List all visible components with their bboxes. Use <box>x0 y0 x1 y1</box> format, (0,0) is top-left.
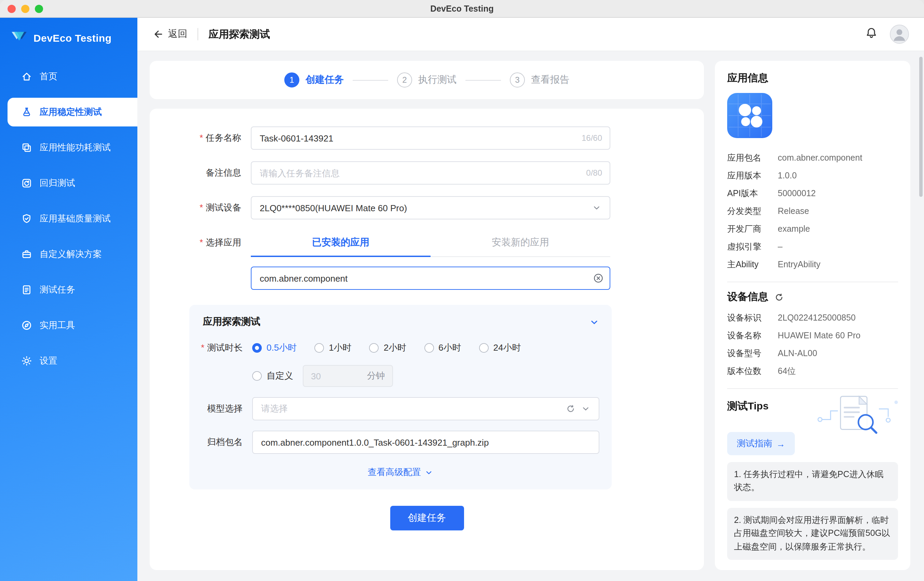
refresh-icon <box>566 404 576 414</box>
user-avatar[interactable] <box>890 25 909 44</box>
app-info-row: 应用版本 1.0.0 <box>727 167 898 185</box>
sidebar-item-test-tasks[interactable]: 测试任务 <box>8 276 137 304</box>
sidebar-item-custom-solution[interactable]: 自定义解决方案 <box>8 240 137 269</box>
app-info-row: 虚拟引擎 – <box>727 238 898 256</box>
app-window: DevEco Testing DevEco Testing 首页 <box>0 0 924 581</box>
duration-option-24h[interactable]: 24小时 <box>479 342 521 354</box>
remark-input[interactable] <box>251 161 610 185</box>
duration-option-1h[interactable]: 1小时 <box>314 342 351 354</box>
sidebar-item-app-stability-test[interactable]: 应用稳定性测试 <box>8 98 137 127</box>
brand-name: DevEco Testing <box>33 32 111 43</box>
sidebar-item-home[interactable]: 首页 <box>8 62 137 91</box>
task-form-card: 任务名称 16/60 备注信息 0/80 <box>150 109 704 570</box>
stability-test-icon <box>20 106 32 118</box>
page-header: 返回 应用探索测试 <box>137 18 924 51</box>
sidebar-item-label: 应用基础质量测试 <box>40 213 111 225</box>
tab-installed-apps[interactable]: 已安装的应用 <box>251 231 431 256</box>
task-name-input[interactable] <box>251 127 610 150</box>
info-panel: 应用信息 <box>715 61 910 570</box>
window-controls <box>8 5 43 13</box>
test-task-icon <box>20 284 32 295</box>
advanced-config-link[interactable]: 查看高级配置 <box>368 466 433 479</box>
step-run-test: 2 执行测试 <box>397 73 457 87</box>
back-arrow-icon <box>152 29 163 40</box>
app-info-title: 应用信息 <box>727 72 898 85</box>
back-button[interactable]: 返回 <box>152 28 187 40</box>
duration-option-6h[interactable]: 6小时 <box>424 342 461 354</box>
duration-option-custom[interactable]: 自定义 <box>252 370 293 382</box>
duration-option-2h[interactable]: 2小时 <box>370 342 406 354</box>
test-device-value: 2LQ0****0850(HUAWEI Mate 60 Pro) <box>260 203 407 213</box>
device-info-row: 版本位数 64位 <box>727 362 898 380</box>
remark-counter: 0/80 <box>586 161 602 185</box>
performance-test-icon <box>20 142 32 154</box>
radio-icon <box>252 343 262 353</box>
app-info-row: 开发厂商 example <box>727 220 898 238</box>
sidebar-item-label: 设置 <box>40 355 58 367</box>
app-info-row: 应用包名 com.abner.component <box>727 149 898 167</box>
sidebar: DevEco Testing 首页 应用稳定性测试 应用性能功耗测试 <box>0 18 137 581</box>
refresh-device-info-icon[interactable] <box>774 292 784 302</box>
app-select-tabs: 已安装的应用 安装新的应用 <box>251 231 610 257</box>
zoom-window-button[interactable] <box>35 5 43 13</box>
close-window-button[interactable] <box>8 5 16 13</box>
archive-name-input[interactable] <box>252 431 599 454</box>
quality-test-icon <box>20 213 32 224</box>
section-divider <box>727 388 898 389</box>
notifications-bell-icon[interactable] <box>865 26 878 42</box>
steps-card: 1 创建任务 2 执行测试 3 查看报告 <box>150 61 704 99</box>
radio-icon <box>424 343 434 353</box>
custom-solution-icon <box>20 248 32 260</box>
sidebar-item-utility-tools[interactable]: 实用工具 <box>8 311 137 340</box>
collapse-panel-chevron-icon[interactable] <box>589 317 599 327</box>
step-connector <box>465 80 501 80</box>
chevron-down-icon <box>592 203 601 213</box>
utility-tools-icon <box>20 320 32 331</box>
app-info-row: API版本 50000012 <box>727 185 898 202</box>
step-create-task: 1 创建任务 <box>284 73 344 87</box>
section-divider <box>727 282 898 282</box>
model-select[interactable]: 请选择 <box>252 397 599 420</box>
minimize-window-button[interactable] <box>21 5 30 13</box>
tip-item-1: 1. 任务执行过程中，请避免PC进入休眠状态。 <box>727 462 898 501</box>
step-number: 2 <box>397 73 412 87</box>
sidebar-item-label: 实用工具 <box>40 319 75 332</box>
model-select-label: 模型选择 <box>200 397 252 420</box>
test-device-label: 测试设备 <box>170 196 251 220</box>
test-device-select[interactable]: 2LQ0****0850(HUAWEI Mate 60 Pro) <box>251 196 610 220</box>
sidebar-item-quality-test[interactable]: 应用基础质量测试 <box>8 205 137 233</box>
radio-icon <box>314 343 324 353</box>
select-app-label: 选择应用 <box>170 231 251 254</box>
step-label: 创建任务 <box>305 74 344 86</box>
tab-install-new-app[interactable]: 安装新的应用 <box>431 231 610 256</box>
device-info-title: 设备信息 <box>727 290 768 304</box>
step-label: 查看报告 <box>531 74 569 86</box>
create-task-button[interactable]: 创建任务 <box>390 506 464 530</box>
task-name-label: 任务名称 <box>170 127 251 150</box>
deveco-logo-icon <box>11 30 27 46</box>
sidebar-item-settings[interactable]: 设置 <box>8 347 137 375</box>
sidebar-item-regression-test[interactable]: 回归测试 <box>8 169 137 198</box>
sidebar-item-performance-test[interactable]: 应用性能功耗测试 <box>8 133 137 162</box>
step-number: 1 <box>284 73 299 87</box>
device-info-row: 设备标识 2LQ0224125000850 <box>727 309 898 327</box>
device-info-row: 设备型号 ALN-AL00 <box>727 345 898 362</box>
duration-label: 测试时长 <box>200 340 252 355</box>
vertical-scrollbar[interactable] <box>919 57 922 197</box>
regression-test-icon <box>20 177 32 189</box>
radio-icon <box>370 343 379 353</box>
clear-input-icon[interactable] <box>593 273 604 283</box>
chevron-down-icon <box>424 468 433 477</box>
custom-duration-box: 分钟 <box>303 365 393 387</box>
remark-label: 备注信息 <box>170 161 251 185</box>
app-info-row: 主Ability EntryAbility <box>727 256 898 273</box>
back-label: 返回 <box>168 28 187 40</box>
sidebar-nav: 首页 应用稳定性测试 应用性能功耗测试 回归测试 <box>0 62 137 375</box>
app-package-input[interactable] <box>251 267 610 290</box>
duration-options: 0.5小时 1小时 2小时 <box>252 340 599 355</box>
duration-option-0-5h[interactable]: 0.5小时 <box>252 342 297 354</box>
sidebar-item-label: 应用性能功耗测试 <box>40 142 111 154</box>
brand: DevEco Testing <box>0 18 137 57</box>
explore-panel-title: 应用探索测试 <box>203 316 261 328</box>
tip-item-2: 2. 测试期间会对应用进行界面解析，临时占用磁盘空间较大，建议PC端预留50G以… <box>727 508 898 560</box>
